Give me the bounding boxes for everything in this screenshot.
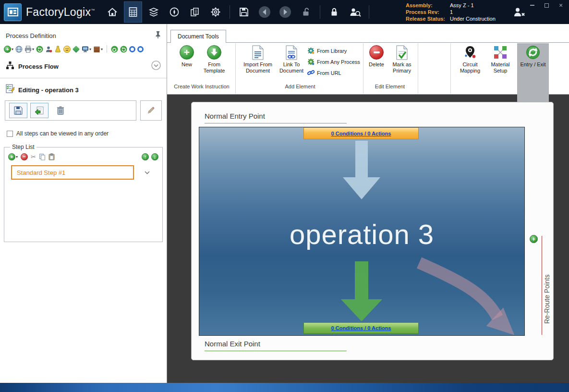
circuit-mapping-button[interactable]: Circuit Mapping [455,44,485,74]
import-step-button[interactable] [30,103,48,118]
up-arrow-icon: ↑ [142,153,149,160]
flask-button[interactable] [54,46,61,53]
smiley-button[interactable] [63,46,71,53]
trademark: ™ [91,8,95,12]
display-menu-button[interactable]: ▾ [82,46,91,53]
settings-gear-button[interactable] [207,2,224,22]
import-from-document-button[interactable]: Import From Document [239,44,277,74]
link-document-icon [285,45,298,60]
entry-exit-icon [526,45,540,60]
back-button[interactable] [256,2,273,22]
move-step-down-button[interactable]: ↓ [151,153,158,160]
pin-panel-button[interactable] [155,31,161,40]
save-step-button[interactable] [9,103,27,118]
from-template-button[interactable]: From Template [200,44,229,74]
document-canvas: Normal Entry Point operation 3 0 Conditi… [167,95,569,383]
new-work-instruction-button[interactable]: + New [175,44,199,68]
add-step-button[interactable]: +▾ [8,153,18,160]
steps-any-order-checkbox[interactable] [7,131,13,137]
entry-conditions-bar[interactable]: 0 Conditions / 0 Actions [303,127,419,139]
redo-circle-button[interactable] [120,46,127,53]
from-any-process-button[interactable]: From Any Process [307,57,360,66]
exit-point-label: Normal Exit Point [205,340,260,348]
data-stack-button[interactable] [145,2,162,22]
exit-conditions-bar[interactable]: 0 Conditions / 0 Actions [303,322,419,334]
forward-button[interactable] [277,2,294,22]
primary-check-icon [396,45,408,60]
person-button[interactable] [45,46,52,53]
library-gear-icon [307,47,315,54]
step-list-title: Step List [10,144,36,150]
maximize-button[interactable] [543,2,550,9]
close-button[interactable]: × [557,2,564,9]
entry-exit-button[interactable]: Entry / Exit [517,43,549,102]
edit-step-button[interactable] [140,100,162,121]
titlebar-separator [230,5,230,19]
step-type-dropdown[interactable] [145,171,150,174]
maximize-icon [545,3,549,8]
exit-point-underline [205,351,347,351]
process-gear-icon [307,58,315,65]
user-logout-button[interactable] [512,6,526,20]
step-actions-row [5,100,162,121]
step-reorder-buttons: ↑ ↓ [142,153,158,160]
entry-conditions-link[interactable]: 0 Conditions / 0 Actions [331,131,391,136]
process-flow-row[interactable]: Process Flow [6,61,161,72]
smiley-icon [63,46,71,53]
globe-button[interactable] [15,46,23,53]
step-item-selected[interactable]: Standard Step #1 [11,165,134,180]
process-rev-value: 1 [450,9,496,15]
delete-element-button[interactable]: Delete [366,44,387,68]
record-ring-button[interactable] [129,46,135,52]
move-step-up-button[interactable]: ↑ [142,153,149,160]
remove-icon: − [21,153,28,160]
titlebar-separator [369,5,369,19]
delete-step-button[interactable] [51,103,70,118]
find-user-button[interactable] [346,2,363,22]
unlock-button[interactable] [297,2,315,22]
navigator-compass-button[interactable] [166,2,183,22]
save-button[interactable] [235,2,253,22]
archive-menu-button[interactable]: ▾ [93,46,103,53]
status-strip [0,383,569,392]
from-url-button[interactable]: From URL [307,68,360,77]
minimize-icon [530,5,534,6]
step-list-row: Standard Step #1 [11,165,158,180]
caret-down-icon: ▾ [32,47,34,51]
step-actions-group [5,100,136,121]
documents-button[interactable] [186,2,204,22]
group-separator [450,43,451,94]
download-circle-icon [207,45,221,60]
gem-button[interactable] [73,46,80,53]
document-icon [252,45,264,60]
add-reroute-point-button[interactable]: + [530,235,538,243]
entry-point-underline [205,123,347,123]
link-to-document-button[interactable]: Link To Document [278,44,305,74]
print-menu-button[interactable]: ▾ [24,46,34,53]
delete-minus-icon [369,45,384,60]
home-button[interactable] [104,2,121,22]
paste-step-button[interactable] [48,153,55,160]
minimize-button[interactable] [529,2,535,9]
cut-step-button[interactable]: ✂ [31,153,36,160]
undo-circle-button[interactable] [111,46,118,53]
lock-button[interactable] [326,2,343,22]
collapse-panel-button[interactable] [151,61,161,72]
panel-title: Process Definition [6,32,56,39]
recycle-button[interactable] [36,46,43,53]
process-editor-button[interactable] [124,2,142,22]
material-setup-button[interactable]: Material Setup [486,44,515,74]
info-ring-button[interactable] [137,46,144,52]
tab-document-tools[interactable]: Document Tools [170,30,226,43]
exit-conditions-link[interactable]: 0 Conditions / 0 Actions [331,325,391,331]
from-library-button[interactable]: From Library [307,46,360,55]
mark-as-primary-button[interactable]: Mark as Primary [388,44,416,74]
copy-step-button[interactable] [39,153,46,160]
remove-step-button[interactable]: − [21,153,28,160]
add-menu-button[interactable]: +▾ [4,46,13,53]
assembly-label: Assembly: [406,2,450,9]
operation-title: operation 3 [199,218,525,250]
process-flow-label: Process Flow [18,63,59,70]
editing-checklist-icon [6,84,14,96]
step-list-toolbar: +▾ − ✂ ↑ ↓ [8,152,158,160]
